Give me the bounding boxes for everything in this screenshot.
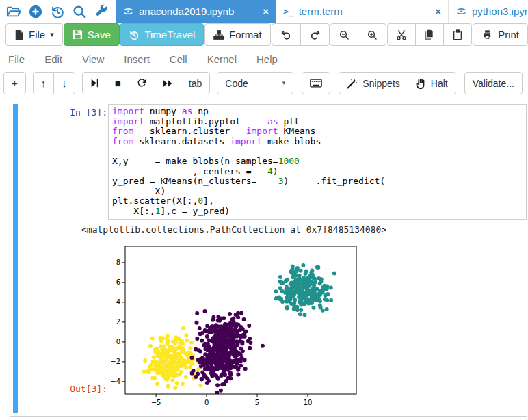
svg-text:6: 6 (116, 278, 120, 286)
file-menu-button[interactable]: File ▾ (5, 23, 63, 46)
clipboard-group (387, 23, 472, 46)
arrow-up-icon: ↑ (41, 78, 47, 88)
cut-icon (396, 29, 407, 40)
output-prompt: Out[3]: (10, 384, 107, 394)
jupyter-icon (122, 5, 134, 17)
input-prompt: In [3]: (10, 104, 107, 118)
zoom-out-icon (339, 29, 349, 40)
menu-cell[interactable]: Cell (170, 53, 187, 65)
code-cell[interactable]: In [3]: import numpy as npimport matplot… (10, 101, 527, 417)
chevron-down-icon: ▾ (50, 31, 54, 38)
tab-complete-button[interactable]: tab (181, 72, 210, 94)
main-toolbar: File ▾ Save TimeTravel Format (0, 23, 528, 47)
menu-view[interactable]: View (82, 53, 104, 65)
chevron-down-icon: ▾ (282, 80, 286, 86)
cell-output-area: <matplotlib.collections.PathCollection a… (10, 224, 527, 410)
menu-kernel[interactable]: Kernel (207, 53, 237, 65)
menu-file[interactable]: File (8, 53, 25, 65)
run-group: ■ tab (82, 72, 211, 94)
search-icon[interactable] (71, 3, 87, 19)
zoom-in-button[interactable] (358, 23, 386, 46)
tab-anaconda2019[interactable]: anaconda2019.ipynb × (116, 0, 276, 23)
svg-text:0: 0 (116, 338, 120, 345)
output-text: <matplotlib.collections.PathCollection a… (81, 224, 527, 235)
move-cell-up-button[interactable]: ↑ (33, 72, 55, 94)
save-icon (72, 29, 83, 40)
run-step-icon (90, 79, 99, 88)
arrow-down-icon: ↓ (62, 78, 67, 88)
cell-type-value: Code (225, 78, 248, 89)
menu-help[interactable]: Help (256, 53, 278, 65)
svg-text:2: 2 (116, 318, 120, 326)
snippets-halt-group: Snippets Halt (339, 72, 456, 94)
notebook-menubar: File Edit View Insert Cell Kernel Help (0, 47, 528, 70)
validate-button[interactable]: Validate... (464, 72, 523, 94)
redo-button[interactable] (300, 23, 330, 46)
history-icon[interactable] (49, 3, 65, 19)
add-cell-button[interactable]: + (3, 72, 26, 94)
run-all-icon (163, 79, 173, 88)
hand-icon (416, 78, 426, 89)
file-icon (14, 29, 24, 40)
zoom-in-icon (367, 29, 378, 40)
cell-input-area: In [3]: import numpy as npimport matplot… (10, 104, 527, 220)
keyboard-icon (310, 79, 322, 88)
tab-label: anaconda2019.ipynb (139, 5, 234, 17)
wrench-icon[interactable] (93, 3, 109, 19)
tab-python3[interactable]: python3.ipynb (448, 0, 528, 23)
svg-text:0: 0 (204, 399, 209, 406)
save-button[interactable]: Save (64, 23, 120, 46)
add-icon: + (12, 78, 18, 88)
undo-icon (280, 29, 292, 40)
jupyter-icon (456, 5, 467, 17)
svg-text:4: 4 (116, 298, 120, 306)
zoom-out-button[interactable] (330, 23, 358, 46)
paste-button[interactable] (443, 23, 472, 46)
run-cell-button[interactable] (82, 72, 107, 94)
close-icon[interactable]: × (430, 5, 441, 17)
print-button[interactable]: Print (473, 23, 528, 46)
timetravel-button[interactable]: TimeTravel (120, 23, 204, 46)
close-icon[interactable]: × (257, 5, 269, 17)
terminal-icon: >_ (283, 6, 294, 16)
menu-insert[interactable]: Insert (124, 53, 150, 65)
code-editor[interactable]: import numpy as npimport matplotlib.pypl… (108, 104, 527, 220)
sitemap-icon (213, 30, 224, 40)
cut-button[interactable] (387, 23, 416, 46)
history-icon (129, 29, 140, 40)
scatter-plot: −50510−4−202468 (110, 241, 378, 410)
move-cell-down-button[interactable]: ↓ (53, 72, 75, 94)
copy-button[interactable] (415, 23, 444, 46)
restart-kernel-button[interactable] (129, 72, 155, 94)
copy-icon (424, 29, 435, 40)
svg-text:8: 8 (116, 259, 120, 266)
cell-type-select[interactable]: Code ▾ (217, 72, 293, 94)
svg-text:−4: −4 (110, 378, 120, 385)
svg-text:−2: −2 (110, 358, 120, 365)
svg-text:10: 10 (304, 399, 313, 406)
tab-term[interactable]: >_ term.term × (276, 0, 448, 23)
print-icon (481, 29, 493, 40)
stop-icon: ■ (115, 78, 121, 88)
redo-icon (309, 29, 321, 40)
format-button[interactable]: Format (204, 23, 271, 46)
svg-text:−5: −5 (151, 399, 161, 406)
restart-icon (137, 78, 147, 88)
run-all-button[interactable] (155, 72, 181, 94)
tab-label: python3.ipynb (472, 5, 528, 17)
tab-label: term.term (299, 5, 343, 17)
snippets-button[interactable]: Snippets (339, 72, 408, 94)
top-tab-bar: anaconda2019.ipynb × >_ term.term × pyth… (0, 0, 528, 23)
menu-edit[interactable]: Edit (44, 53, 62, 65)
wand-icon (347, 78, 358, 89)
folder-open-icon[interactable] (5, 3, 21, 19)
plus-circle-icon[interactable] (27, 3, 43, 19)
paste-icon (452, 29, 463, 40)
move-cell-group: ↑ ↓ (33, 72, 75, 94)
undo-button[interactable] (272, 23, 301, 46)
keyboard-shortcuts-button[interactable] (302, 72, 330, 94)
stop-button[interactable]: ■ (107, 72, 129, 94)
undo-redo-group (272, 23, 330, 46)
zoom-group (330, 23, 386, 46)
halt-button[interactable]: Halt (408, 72, 456, 94)
